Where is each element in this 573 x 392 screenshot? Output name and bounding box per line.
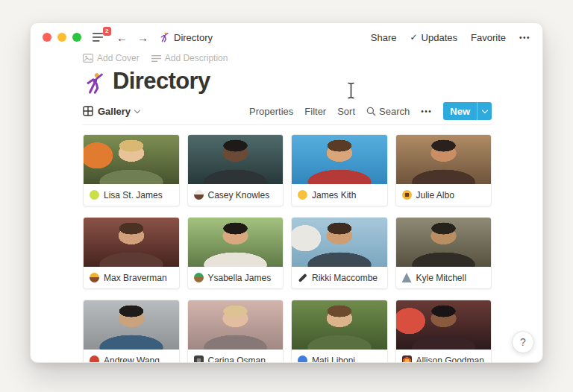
search-icon <box>366 107 376 116</box>
close-window-button[interactable] <box>43 33 51 42</box>
person-caption: Lisa St. James <box>84 184 179 206</box>
check-icon: ✓ <box>410 32 418 42</box>
notion-window: 2 ← → Directory Share ✓ <box>30 22 543 363</box>
traffic-lights <box>43 33 81 42</box>
person-caption: Casey Knowles <box>188 184 284 206</box>
more-options-icon[interactable]: ••• <box>519 34 530 42</box>
page-title-row: Directory <box>83 68 492 95</box>
person-name: Kyle Mitchell <box>416 273 466 283</box>
person-photo <box>84 135 179 184</box>
person-photo <box>84 300 179 350</box>
person-caption: Julie Albo <box>396 184 492 206</box>
new-button-label[interactable]: New <box>443 102 477 120</box>
properties-button[interactable]: Properties <box>249 106 293 117</box>
person-caption: Andrew Wang <box>84 350 179 363</box>
zoom-window-button[interactable] <box>72 33 81 42</box>
search-label: Search <box>379 106 410 117</box>
sunset-emoji-icon <box>402 355 412 363</box>
person-card[interactable]: Carina Osman <box>187 300 284 363</box>
help-button[interactable]: ? <box>512 331 534 353</box>
tennis-ball-emoji-icon <box>90 190 99 200</box>
gallery-grid: Lisa St. James Casey Knowles James Kith … <box>83 134 492 363</box>
minimize-window-button[interactable] <box>57 33 66 42</box>
person-caption: Allison Goodman <box>396 350 492 363</box>
person-name: Casey Knowles <box>208 190 270 200</box>
view-name: Gallery <box>98 106 131 117</box>
text-cursor-icon <box>347 82 355 99</box>
search-button[interactable]: Search <box>366 106 410 117</box>
view-more-icon[interactable]: ••• <box>421 107 432 116</box>
filter-button[interactable]: Filter <box>304 106 326 117</box>
notification-badge: 2 <box>103 27 111 36</box>
history-nav: ← → <box>116 31 148 44</box>
person-name: Ysabella James <box>208 273 272 283</box>
person-card[interactable]: Andrew Wang <box>83 300 180 363</box>
person-card[interactable]: Rikki Maccombe <box>291 217 388 289</box>
sort-button[interactable]: Sort <box>337 106 355 117</box>
back-arrow-button[interactable]: ← <box>116 31 128 44</box>
person-photo <box>396 135 492 184</box>
person-photo <box>292 218 387 267</box>
butterfly-emoji-icon <box>298 355 307 363</box>
add-cover-button[interactable]: Add Cover <box>83 53 140 63</box>
breadcrumb[interactable]: Directory <box>159 32 213 43</box>
person-photo <box>292 300 387 350</box>
titlebar: 2 ← → Directory Share ✓ <box>31 23 542 51</box>
cupcake-emoji-icon <box>194 190 204 200</box>
person-card[interactable]: Casey Knowles <box>187 134 284 206</box>
help-label: ? <box>520 336 526 348</box>
dancer-emoji-icon <box>159 32 169 42</box>
person-name: Lisa St. James <box>104 190 163 200</box>
person-name: Carina Osman <box>208 355 266 364</box>
red-apple-emoji-icon <box>90 355 99 363</box>
person-name: Mati Liboni <box>312 355 355 364</box>
raising-hands-emoji-icon <box>298 190 307 200</box>
sunflower-emoji-icon <box>402 190 412 200</box>
person-caption: Kyle Mitchell <box>396 267 492 288</box>
person-photo <box>188 218 284 267</box>
person-card[interactable]: Mati Liboni <box>291 300 388 363</box>
person-caption: James Kith <box>292 184 387 206</box>
updates-label: Updates <box>422 32 457 43</box>
person-card[interactable]: Julie Albo <box>395 134 492 206</box>
person-photo <box>188 135 284 184</box>
view-actions: Properties Filter Sort Search ••• New <box>249 102 492 120</box>
view-switcher[interactable]: Gallery <box>83 106 140 117</box>
person-caption: Carina Osman <box>188 350 284 363</box>
desktop-background: 2 ← → Directory Share ✓ <box>0 0 573 392</box>
dancer-emoji-page-icon[interactable] <box>83 72 105 95</box>
new-button-dropdown[interactable] <box>477 102 492 120</box>
page-content: Add Cover Add Description <box>31 53 542 363</box>
bellhop-bell-emoji-icon <box>90 273 99 282</box>
titlebar-actions: Share ✓ Updates Favorite ••• <box>371 32 530 43</box>
person-name: James Kith <box>312 190 356 200</box>
page-title[interactable]: Directory <box>113 68 210 95</box>
add-cover-label: Add Cover <box>97 53 140 63</box>
person-name: Allison Goodman <box>416 355 484 364</box>
person-card[interactable]: Allison Goodman <box>395 300 492 363</box>
image-icon <box>83 54 93 63</box>
person-name: Rikki Maccombe <box>312 273 378 283</box>
forward-arrow-button[interactable]: → <box>137 31 148 44</box>
person-card[interactable]: Kyle Mitchell <box>395 217 492 289</box>
chevron-down-icon <box>481 107 487 113</box>
gallery-grid-icon <box>83 106 93 116</box>
favorite-button[interactable]: Favorite <box>471 32 506 43</box>
person-card[interactable]: Ysabella James <box>187 217 284 289</box>
person-name: Max Braverman <box>104 273 167 283</box>
updates-button[interactable]: ✓ Updates <box>410 32 457 43</box>
person-caption: Max Braverman <box>84 267 179 288</box>
palm-tree-emoji-icon <box>194 273 204 282</box>
text-lines-icon <box>151 54 161 63</box>
person-photo <box>84 218 179 267</box>
person-card[interactable]: Lisa St. James <box>83 134 180 206</box>
chevron-down-icon <box>134 107 140 113</box>
mountain-emoji-icon <box>402 273 412 282</box>
new-record-button[interactable]: New <box>443 102 492 120</box>
person-card[interactable]: Max Braverman <box>83 217 180 289</box>
person-card[interactable]: James Kith <box>291 134 388 206</box>
sidebar-toggle-button[interactable]: 2 <box>93 32 104 42</box>
view-toolbar: Gallery Properties Filter Sort Search ••… <box>83 102 492 125</box>
share-button[interactable]: Share <box>371 32 397 43</box>
add-description-button[interactable]: Add Description <box>151 53 228 63</box>
